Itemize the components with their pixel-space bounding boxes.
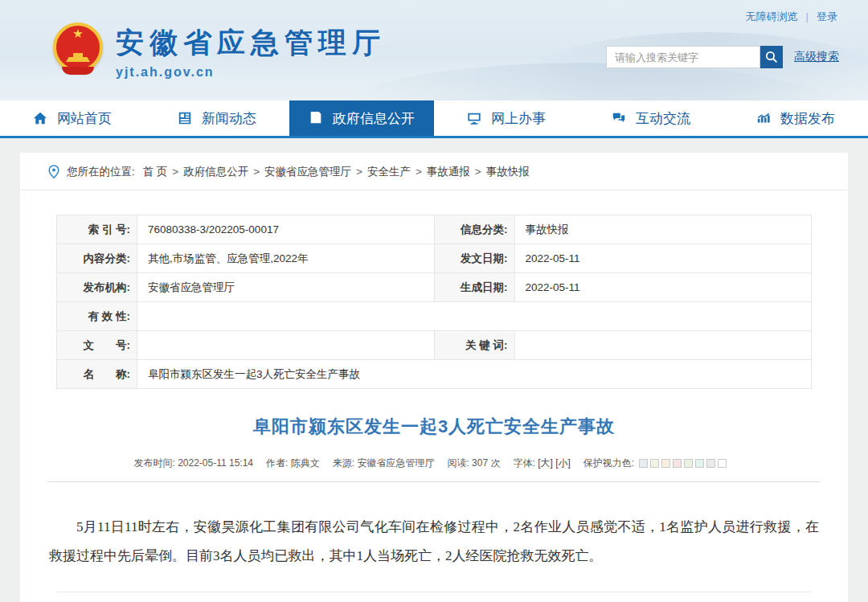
breadcrumb-item-safety[interactable]: 安全生产 <box>367 166 411 178</box>
breadcrumb-item-home[interactable]: 首 页 <box>143 166 168 178</box>
document-icon <box>309 111 323 125</box>
info-category-label: 信息分类: <box>434 215 514 244</box>
eye-protect-color-swatch[interactable] <box>639 459 648 468</box>
nav-item-news[interactable]: 新闻动态 <box>145 100 289 136</box>
chart-icon <box>756 111 771 125</box>
issue-date-label: 发文日期: <box>434 244 514 273</box>
eye-protect-color-swatch[interactable] <box>718 459 727 468</box>
keywords-value <box>514 331 812 360</box>
article-body: 5月11日11时左右，安徽昊源化工集团有限公司气化车间在检修过程中，2名作业人员… <box>49 513 819 571</box>
monitor-icon <box>467 111 481 125</box>
font-smaller-button[interactable]: [小] <box>555 457 571 469</box>
breadcrumb-prefix: 您所在的位置: <box>67 166 135 178</box>
table-row: 有 效 性: <box>57 302 812 331</box>
created-date-value: 2022-05-11 <box>514 273 812 302</box>
validity-label: 有 效 性: <box>57 302 137 331</box>
publisher-value: 安徽省应急管理厅 <box>137 273 435 302</box>
nav-item-data[interactable]: 数据发布 <box>723 100 868 136</box>
eye-protect-color-swatch[interactable] <box>661 459 670 468</box>
bottom-divider <box>57 592 811 592</box>
eye-protect-color-swatch[interactable] <box>695 459 704 468</box>
location-pin-icon <box>47 165 60 179</box>
breadcrumb-separator: > <box>253 166 260 178</box>
table-row: 索 引 号: 76080338-3/202205-00017 信息分类: 事故快… <box>57 215 812 244</box>
eye-protect-color-swatch[interactable] <box>650 459 659 468</box>
site-header: 无障碍浏览|登录 ★ 安徽省应急管理厅 yjt.ah.gov.cn 高级搜索 <box>0 0 868 100</box>
author: 作者: 陈典文 <box>266 457 320 470</box>
topbar-separator: | <box>806 10 809 23</box>
breadcrumb-item-report[interactable]: 事故通报 <box>427 166 470 178</box>
table-row: 文 号: 关 键 词: <box>57 331 812 360</box>
nav-label: 网站首页 <box>57 109 112 128</box>
nav-item-home[interactable]: 网站首页 <box>0 100 145 136</box>
accessibility-link[interactable]: 无障碍浏览 <box>746 10 798 23</box>
info-category-value: 事故快报 <box>514 215 812 244</box>
created-date-label: 生成日期: <box>434 273 514 302</box>
nav-label: 数据发布 <box>780 109 835 128</box>
eye-protect-label: 保护视力色: <box>583 457 634 469</box>
font-larger-button[interactable]: [大] <box>538 457 553 469</box>
article-title: 阜阳市颍东区发生一起3人死亡安全生产事故 <box>20 415 848 439</box>
eye-protect-color-swatch[interactable] <box>706 459 715 468</box>
emblem-star-icon: ★ <box>72 27 83 39</box>
login-link[interactable]: 登录 <box>817 10 837 23</box>
site-title: 安徽省应急管理厅 <box>116 24 386 62</box>
search-button[interactable] <box>760 46 783 68</box>
content-category-label: 内容分类: <box>57 244 137 273</box>
content-container: 您所在的位置: 首 页>政府信息公开>安徽省应急管理厅>安全生产>事故通报>事故… <box>20 153 848 602</box>
source: 来源: 安徽省应急管理厅 <box>333 457 435 470</box>
nav-item-online-services[interactable]: 网上办事 <box>434 100 579 136</box>
nav-item-interaction[interactable]: 互动交流 <box>579 100 723 136</box>
doc-number-value <box>137 331 435 360</box>
breadcrumb-separator: > <box>356 166 362 178</box>
name-value: 阜阳市颍东区发生一起3人死亡安全生产事故 <box>137 360 812 389</box>
validity-value <box>137 302 812 331</box>
publisher-label: 发布机构: <box>57 273 137 302</box>
site-url: yjt.ah.gov.cn <box>116 65 386 80</box>
nav-item-gov-info[interactable]: 政府信息公开 <box>289 100 434 136</box>
search-zone: 高级搜索 <box>606 46 839 68</box>
issue-date-value: 2022-05-11 <box>514 244 812 273</box>
breadcrumb-separator: > <box>416 166 422 178</box>
chat-icon <box>612 111 626 125</box>
eye-protect-color-swatch[interactable] <box>684 459 693 468</box>
search-input[interactable] <box>606 46 760 68</box>
site-brand: ★ 安徽省应急管理厅 yjt.ah.gov.cn <box>53 23 386 80</box>
breadcrumb-item-express[interactable]: 事故快报 <box>486 166 530 178</box>
document-info-table: 索 引 号: 76080338-3/202205-00017 信息分类: 事故快… <box>56 215 812 389</box>
publish-time: 发布时间: 2022-05-11 15:14 <box>133 457 253 470</box>
breadcrumb-item-gov-info[interactable]: 政府信息公开 <box>183 166 248 178</box>
top-utility-bar: 无障碍浏览|登录 <box>746 10 837 24</box>
content-category-value: 其他,市场监管、应急管理,2022年 <box>137 244 435 273</box>
breadcrumb-item-dept[interactable]: 安徽省应急管理厅 <box>264 166 351 178</box>
table-row: 发布机构: 安徽省应急管理厅 生成日期: 2022-05-11 <box>57 273 812 302</box>
emblem-ribbon <box>62 67 94 75</box>
name-label: 名 称: <box>57 360 137 389</box>
eye-protect-swatches <box>639 459 727 468</box>
nav-label: 政府信息公开 <box>333 109 415 128</box>
index-number-label: 索 引 号: <box>57 215 137 244</box>
table-row: 名 称: 阜阳市颍东区发生一起3人死亡安全生产事故 <box>57 360 812 389</box>
advanced-search-link[interactable]: 高级搜索 <box>794 50 839 64</box>
font-size-label: 字体: <box>513 457 534 469</box>
table-row: 内容分类: 其他,市场监管、应急管理,2022年 发文日期: 2022-05-1… <box>57 244 812 273</box>
article-meta-bar: 发布时间: 2022-05-11 15:14 作者: 陈典文 来源: 安徽省应急… <box>20 457 848 470</box>
article-paragraph: 5月11日11时左右，安徽昊源化工集团有限公司气化车间在检修过程中，2名作业人员… <box>49 513 819 571</box>
breadcrumb-separator: > <box>475 166 481 178</box>
emblem-gate-icon <box>66 53 90 62</box>
nav-label: 互动交流 <box>636 109 690 128</box>
meta-divider <box>47 481 821 482</box>
font-size-controls: 字体: [大] [小] <box>513 457 570 470</box>
view-count: 阅读: 307 次 <box>447 457 500 470</box>
index-number-value: 76080338-3/202205-00017 <box>137 215 435 244</box>
breadcrumb-separator: > <box>172 166 178 178</box>
breadcrumb: 您所在的位置: 首 页>政府信息公开>安徽省应急管理厅>安全生产>事故通报>事故… <box>22 153 846 190</box>
nav-label: 新闻动态 <box>202 109 256 128</box>
news-icon <box>178 111 192 125</box>
search-icon <box>765 51 778 63</box>
main-nav: 网站首页 新闻动态 政府信息公开 网上办事 互动交流 数据发布 <box>0 100 868 138</box>
national-emblem-logo: ★ <box>53 23 103 72</box>
keywords-label: 关 键 词: <box>434 331 514 360</box>
eye-protect-color-swatch[interactable] <box>673 459 682 468</box>
home-icon <box>33 111 47 125</box>
